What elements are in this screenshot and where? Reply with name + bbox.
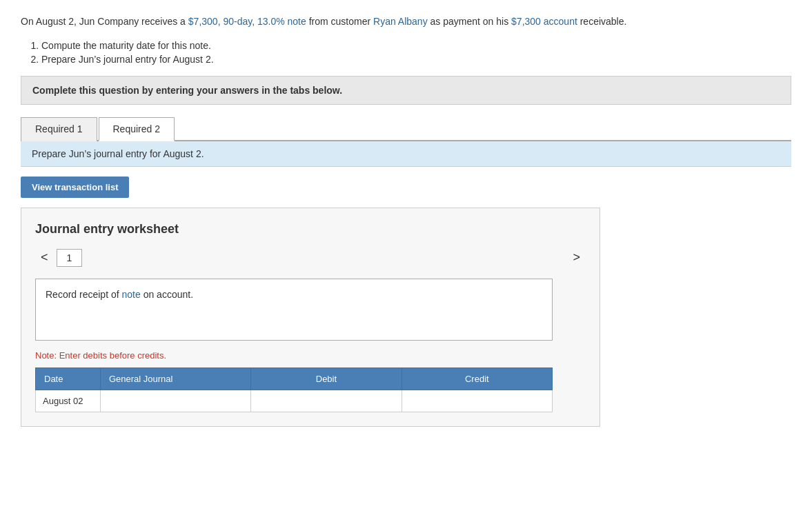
tab-required-2[interactable]: Required 2 (99, 117, 175, 141)
intro-paragraph: On August 2, Jun Company receives a $7,3… (21, 14, 791, 29)
question-list: Compute the maturity date for this note.… (41, 40, 791, 65)
worksheet-container: Journal entry worksheet < 1 > Record rec… (21, 208, 600, 427)
page-number-box: 1 (57, 249, 83, 267)
nav-row: < 1 > (35, 248, 586, 268)
nav-left-arrow[interactable]: < (35, 248, 54, 268)
instruction-bar: Complete this question by entering your … (21, 76, 791, 105)
credit-cell[interactable] (402, 390, 552, 412)
sub-header-text: Prepare Jun’s journal entry for August 2… (32, 148, 204, 159)
page-number: 1 (67, 252, 72, 263)
note-text: Note: Enter debits before credits. (35, 350, 586, 361)
tab-required-1[interactable]: Required 1 (21, 117, 97, 141)
record-note-highlight: note (122, 289, 141, 300)
general-journal-cell[interactable] (100, 390, 250, 412)
sub-header: Prepare Jun’s journal entry for August 2… (21, 141, 791, 167)
intro-highlight-note: $7,300, 90-day, 13.0% note (188, 16, 306, 27)
question-item-1: Compute the maturity date for this note. (41, 40, 791, 51)
table-row: August 02 (36, 390, 553, 412)
credit-input[interactable] (402, 390, 552, 412)
nav-right-arrow[interactable]: > (567, 248, 586, 268)
instruction-text: Complete this question by entering your … (32, 85, 342, 96)
table-body: August 02 (36, 390, 553, 412)
col-header-date: Date (36, 368, 101, 390)
col-header-debit: Debit (251, 368, 402, 390)
record-box: Record receipt of note on account. (35, 279, 553, 341)
tabs-container: Required 1 Required 2 (21, 116, 791, 141)
debit-input[interactable] (251, 390, 401, 412)
col-header-general-journal: General Journal (100, 368, 250, 390)
journal-table: Date General Journal Debit Credit (35, 368, 553, 412)
date-cell: August 02 (36, 390, 101, 412)
worksheet-title: Journal entry worksheet (35, 222, 586, 237)
col-header-credit: Credit (402, 368, 552, 390)
view-transaction-button[interactable]: View transaction list (21, 177, 129, 198)
debit-cell[interactable] (251, 390, 402, 412)
general-journal-input[interactable] (101, 390, 250, 412)
intro-highlight-amount: $7,300 account (511, 16, 577, 27)
question-item-2: Prepare Jun’s journal entry for August 2… (41, 54, 791, 65)
table-header: Date General Journal Debit Credit (36, 368, 553, 390)
intro-highlight-customer: Ryan Albany (373, 16, 428, 27)
